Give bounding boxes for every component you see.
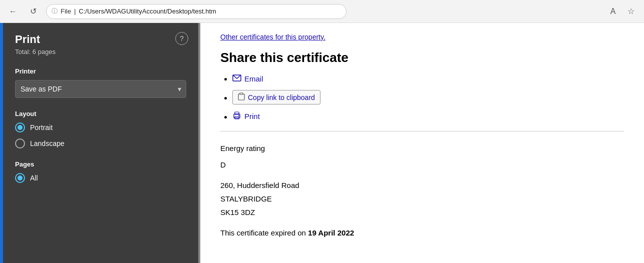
- email-list-item: Email: [232, 74, 624, 83]
- address-line1: 260, Huddersfield Road: [220, 178, 624, 192]
- pages-radio-group: All: [15, 173, 186, 183]
- translate-button[interactable]: A: [606, 4, 620, 18]
- email-label: Email: [244, 74, 263, 83]
- print-title: Print: [15, 33, 186, 46]
- all-pages-radio-item[interactable]: All: [15, 173, 186, 183]
- info-icon: ⓘ: [52, 7, 58, 16]
- svg-rect-1: [238, 94, 244, 100]
- copy-link-button[interactable]: Copy link to clipboard: [232, 90, 320, 104]
- layout-section: Layout Portrait Landscape: [15, 110, 186, 148]
- browser-toolbar: ← ↺ ⓘ File | C:/Users/WDAGUtilityAccount…: [0, 0, 644, 23]
- share-list: Email Copy link to clipboard: [220, 74, 624, 121]
- refresh-button[interactable]: ↺: [26, 4, 40, 18]
- all-pages-label: All: [30, 174, 38, 182]
- print-link[interactable]: Print: [232, 112, 260, 121]
- address-block: 260, Huddersfield Road STALYBRIDGE SK15 …: [220, 178, 624, 219]
- energy-rating-value: D: [220, 158, 624, 172]
- svg-rect-2: [240, 93, 243, 94]
- address-text: C:/Users/WDAGUtilityAccount/Desktop/test…: [79, 8, 216, 15]
- landscape-radio-item[interactable]: Landscape: [15, 138, 186, 148]
- browser-actions: A ☆: [606, 4, 638, 18]
- address-separator: |: [74, 8, 76, 15]
- print-label: Print: [244, 112, 260, 120]
- landscape-radio-circle: [15, 138, 25, 148]
- expire-date: 19 April 2022: [308, 228, 354, 237]
- main-content: Print Total: 6 pages ? Printer Save as P…: [0, 23, 644, 263]
- print-list-item: Print: [232, 112, 624, 121]
- address-bar[interactable]: ⓘ File | C:/Users/WDAGUtilityAccount/Des…: [46, 4, 347, 19]
- email-icon: [232, 74, 241, 83]
- other-certs-link[interactable]: Other certificates for this property.: [220, 33, 624, 41]
- page-content: Other certificates for this property. Sh…: [198, 23, 644, 263]
- copy-link-label: Copy link to clipboard: [248, 94, 315, 102]
- landscape-label: Landscape: [30, 140, 65, 148]
- file-label: File: [61, 8, 71, 15]
- clipboard-icon: [238, 92, 245, 102]
- favorite-button[interactable]: ☆: [624, 4, 638, 18]
- help-button[interactable]: ?: [175, 32, 188, 45]
- pages-section: Pages All: [15, 160, 186, 183]
- print-icon: [232, 112, 241, 121]
- portrait-radio-item[interactable]: Portrait: [15, 122, 186, 132]
- copy-link-list-item: Copy link to clipboard: [232, 90, 624, 104]
- layout-radio-group: Portrait Landscape: [15, 122, 186, 148]
- expire-text: This certificate expired on 19 April 202…: [220, 226, 624, 240]
- print-panel: Print Total: 6 pages ? Printer Save as P…: [3, 23, 198, 263]
- expire-prefix: This certificate expired on: [220, 228, 308, 237]
- svg-point-6: [238, 115, 239, 116]
- printer-label: Printer: [15, 68, 186, 75]
- portrait-label: Portrait: [30, 124, 53, 132]
- layout-label: Layout: [15, 110, 186, 118]
- printer-select[interactable]: Save as PDF: [15, 80, 186, 98]
- portrait-radio-circle: [15, 122, 25, 132]
- print-total-pages: Total: 6 pages: [15, 48, 186, 56]
- all-pages-radio-circle: [15, 173, 25, 183]
- address-line3: SK15 3DZ: [220, 206, 624, 219]
- printer-select-wrapper: Save as PDF ▾: [15, 80, 186, 98]
- address-line2: STALYBRIDGE: [220, 192, 624, 206]
- pages-label: Pages: [15, 160, 186, 168]
- divider: [220, 131, 624, 132]
- energy-section: Energy rating D 260, Huddersfield Road S…: [220, 142, 624, 240]
- energy-rating-label: Energy rating: [220, 142, 624, 155]
- back-button[interactable]: ←: [6, 4, 20, 18]
- share-heading: Share this certificate: [220, 50, 624, 66]
- email-link[interactable]: Email: [232, 74, 263, 83]
